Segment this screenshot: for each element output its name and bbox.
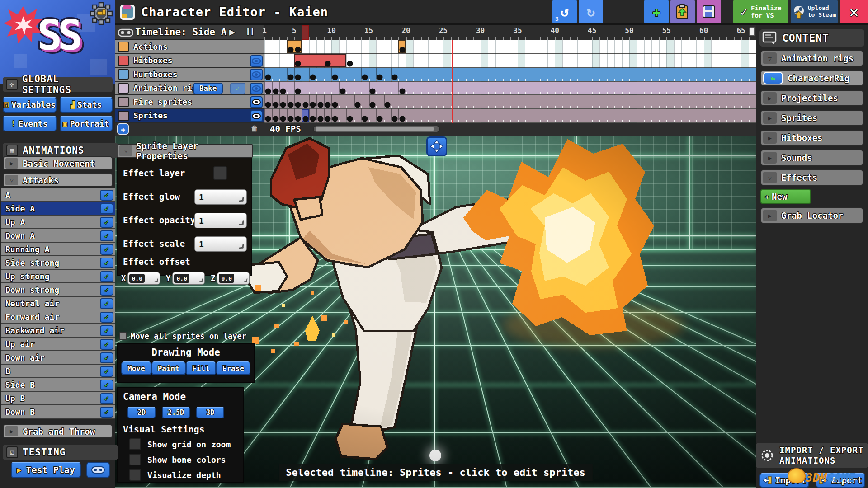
drawing-mode-erase-button[interactable]: Erase (216, 361, 250, 375)
redo-button[interactable]: ↻ (579, 0, 603, 23)
effect-layer-checkbox[interactable] (213, 166, 227, 180)
settings-gear-icon[interactable] (89, 1, 114, 26)
animation-item-side-a[interactable]: Side A✓ (1, 202, 115, 216)
keyframe-dot[interactable] (273, 102, 278, 108)
animation-item-neutral-air[interactable]: Neutral air✓ (1, 297, 115, 310)
keyframe-dot[interactable] (310, 102, 316, 108)
keyframe-dot[interactable] (317, 102, 323, 108)
animation-enabled-toggle[interactable]: ✓ (100, 352, 113, 363)
keyframe-dot[interactable] (347, 116, 353, 122)
timeline-scrollbar-thumb[interactable] (316, 127, 434, 131)
content-item-hitboxes[interactable]: ▶Hitboxes (760, 130, 863, 146)
animation-enabled-toggle[interactable]: ✓ (100, 258, 113, 268)
effect-opacity-input[interactable]: 1 (194, 213, 247, 228)
keyframe-dot[interactable] (265, 116, 271, 122)
move-all-checkbox[interactable] (119, 332, 127, 340)
animation-item-down-a[interactable]: Down A✓ (1, 229, 115, 243)
animation-item-side-strong[interactable]: Side strong✓ (1, 256, 115, 270)
track-row-actions[interactable] (264, 40, 756, 54)
animation-item-a[interactable]: A✓ (1, 188, 115, 202)
track-row-hurtboxes[interactable] (264, 68, 756, 82)
camera-mode-3D-button[interactable]: 3D (196, 407, 224, 418)
keyframe-dot[interactable] (332, 116, 338, 122)
animation-enabled-toggle[interactable]: ✓ (100, 366, 113, 377)
content-item-animation-rigs[interactable]: ▽Animation rigs (760, 50, 863, 66)
keyframe-dot[interactable] (265, 75, 271, 80)
keyframe-dot[interactable] (332, 75, 338, 80)
animation-enabled-toggle[interactable]: ✓ (100, 312, 113, 323)
animation-item-up-a[interactable]: Up A✓ (1, 216, 115, 229)
trash-icon[interactable]: 🗑 (251, 124, 258, 133)
keyframe-dot[interactable] (384, 102, 390, 108)
timeline-grid-rows[interactable] (264, 40, 756, 123)
animation-item-down-air[interactable]: Down air✓ (1, 351, 115, 365)
track-label-sprites[interactable]: Sprites (115, 109, 264, 123)
animation-item-down-strong[interactable]: Down strong✓ (1, 283, 115, 297)
events-button[interactable]: !Events (3, 116, 57, 131)
content-item-effects[interactable]: ▽Effects (760, 169, 863, 186)
animation-enabled-toggle[interactable]: ✓ (100, 407, 113, 418)
animation-enabled-toggle[interactable]: ✓ (100, 217, 113, 228)
animation-enabled-toggle[interactable]: ✓ (100, 339, 113, 350)
keyframe-dot[interactable] (377, 75, 383, 80)
camera-mode-25D-button[interactable]: 2.5D (162, 407, 190, 418)
keyframe-dot[interactable] (295, 88, 301, 94)
drag-corner-icon[interactable] (239, 244, 244, 249)
keyframe-dot[interactable] (288, 75, 293, 80)
animation-enabled-toggle[interactable]: ✓ (100, 230, 113, 241)
keyframe-dot[interactable] (340, 88, 345, 94)
keyframe-dot[interactable] (295, 102, 301, 108)
animation-enabled-toggle[interactable]: ✓ (100, 244, 113, 255)
keyframe-dot[interactable] (362, 75, 368, 80)
keyframe-dot[interactable] (288, 116, 293, 122)
keyframe-dot[interactable] (362, 116, 368, 122)
camera-mode-2D-button[interactable]: 2D (127, 407, 156, 418)
animation-item-up-b[interactable]: Up B✓ (1, 392, 115, 405)
content-item-characterrig[interactable]: ⇆CharacterRig (760, 70, 863, 86)
animation-group-grab-and-throw[interactable]: ▶Grab and Throw (3, 424, 113, 438)
keyframe-dot[interactable] (265, 88, 271, 94)
bake-button[interactable]: Bake (193, 83, 223, 94)
visibility-eye-icon[interactable] (250, 110, 263, 122)
track-row-animation-rig[interactable] (264, 82, 756, 96)
animation-group-attacks[interactable]: ▽Attacks (3, 173, 113, 187)
animation-enabled-toggle[interactable]: ✓ (100, 190, 113, 201)
offset-y-input[interactable]: 0.0 (172, 272, 205, 285)
keyframe-dot[interactable] (273, 116, 278, 122)
finalize-for-vs-button[interactable]: ✓ Finalizefor VS (733, 0, 788, 23)
track-label-hurtboxes[interactable]: Hurtboxes (115, 68, 264, 82)
keyframe-dot[interactable] (399, 88, 405, 94)
visibility-eye-icon[interactable] (250, 83, 263, 94)
drawing-mode-fill-button[interactable]: Fill (186, 361, 216, 375)
keyframe-dot[interactable] (295, 61, 301, 66)
keyframe-dot[interactable] (399, 47, 405, 53)
animation-enabled-toggle[interactable]: ✓ (100, 380, 113, 390)
playhead-line[interactable] (452, 40, 453, 123)
add-button[interactable]: ✚ (644, 0, 669, 23)
keyframe-dot[interactable] (280, 102, 286, 108)
effect-scale-input[interactable]: 1 (194, 236, 247, 252)
keyframe-dot[interactable] (295, 75, 301, 80)
animation-item-backward-air[interactable]: Backward air✓ (1, 324, 115, 338)
animation-group-basic-movement[interactable]: ▶Basic Movement (3, 156, 113, 170)
keyframe-dot[interactable] (377, 116, 383, 122)
show-grid-on-zoom-checkbox[interactable] (129, 438, 141, 450)
keyframe-dot[interactable] (280, 116, 286, 122)
content-item-grab-locator[interactable]: ▶Grab Locator (760, 207, 863, 224)
ruler-playhead-box[interactable] (302, 25, 309, 40)
keyframe-dot[interactable] (310, 75, 316, 80)
animation-enabled-toggle[interactable]: ✓ (100, 298, 113, 309)
track-label-hitboxes[interactable]: Hitboxes (115, 54, 264, 68)
animation-enabled-toggle[interactable]: ✓ (100, 271, 113, 282)
play-button[interactable]: ▶ (229, 26, 235, 38)
show-bone-colors-checkbox[interactable] (129, 454, 141, 465)
keyframe-dot[interactable] (347, 61, 353, 66)
offset-x-input[interactable]: 0.0 (127, 272, 160, 285)
track-row-fire-sprites[interactable] (264, 95, 756, 109)
drag-corner-icon[interactable] (239, 220, 244, 225)
stats-button[interactable]: ▟Stats (60, 97, 113, 113)
variables-button[interactable]: ⚿Variables (3, 97, 57, 113)
animation-item-forward-air[interactable]: Forward air✓ (1, 310, 115, 324)
drawing-mode-move-button[interactable]: Move (121, 361, 151, 375)
track-row-sprites[interactable] (264, 109, 756, 123)
